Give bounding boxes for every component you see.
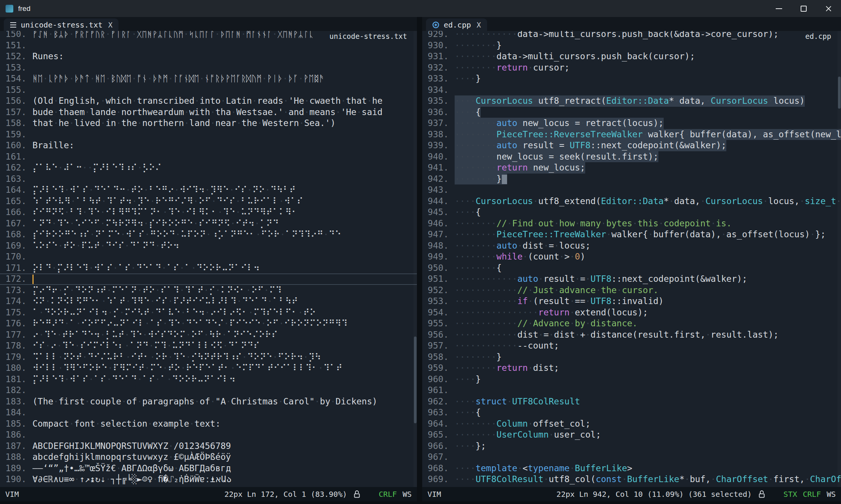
code-line[interactable]: 162.⡌⠁⠧⠑·⠼⠁⠒··⡍⠜⠇⠑⠹⠰⠎·⡣⠕⠌ bbox=[0, 162, 417, 174]
code-line[interactable]: 953.············if·(result·==·UTF8::inva… bbox=[422, 296, 841, 307]
code-line[interactable]: 178.⠊⠎·⠔·⠹⠑·⠎⠊⠍⠊⠇⠑⠆·⠁⠝⠙·⠍⠹·⠥⠝⠙⠁⠇⠇⠪⠫·⠙⠁⠝⠙… bbox=[0, 340, 417, 352]
code-line[interactable]: 965.········UserColumn·user_col; bbox=[422, 429, 841, 441]
editor-unicode-stress[interactable]: unicode-stress.txt 150.ᚠᛇᚻ·ᛒᛦᚦ·ᚠᚱᚩᚠᚢᚱ·ᚠᛁ… bbox=[0, 31, 417, 487]
code-line[interactable]: 187.ABCDEFGHIJKLMNOPQRSTUVWXYZ·/01234567… bbox=[0, 441, 417, 452]
code-line[interactable]: 947.········PieceTree::TreeWalker·walker… bbox=[422, 229, 841, 240]
code-line[interactable]: 186. bbox=[0, 429, 417, 441]
code-line[interactable]: 173.⡍⠔⠙⠖·⡊·⠙⠕⠝⠰⠞·⠍⠑⠁⠝·⠞⠕·⠎⠁⠹·⠹⠁⠞·⡊·⠅⠝⠪⠂·… bbox=[0, 285, 417, 296]
code-line[interactable]: 969.····UTF8ColResult·utf8_col(const·Buf… bbox=[422, 474, 841, 485]
code-line[interactable]: 179.⠩⠁⠇⠇·⠝⠕⠞·⠙⠊⠌⠥⠗⠃·⠊⠞⠂·⠕⠗·⠹⠑·⡊⠳⠝⠞⠗⠹⠰⠎·⠙… bbox=[0, 352, 417, 363]
code-line[interactable]: 166.⠎⠊⠛⠝⠫·⠃⠹·⠹⠑·⠊⠇⠻⠛⠹⠍⠁⠝⠂·⠹⠑·⠊⠇⠻⠅⠂·⠹⠑·⠥⠝… bbox=[0, 207, 417, 218]
code-line[interactable]: 951.············auto·result·=·UTF8::next… bbox=[422, 274, 841, 285]
code-line[interactable]: 942.········} bbox=[422, 174, 841, 185]
code-line[interactable]: 931.········data->multi_cursors.push_bac… bbox=[422, 51, 841, 62]
code-line[interactable]: 151. bbox=[0, 40, 417, 51]
code-line[interactable]: 935.····CursorLocus·utf8_retract(Editor:… bbox=[422, 95, 841, 107]
code-line[interactable]: 170. bbox=[0, 251, 417, 263]
maximize-button[interactable] bbox=[791, 0, 816, 17]
lock-icon[interactable] bbox=[758, 490, 766, 499]
tab-close-icon[interactable]: X bbox=[108, 21, 112, 29]
code-line[interactable]: 190.∀∂∈ℝ∧∪≡∞·↑↗↨↻⇣·┐┼╔╘░►☺♀·ﬁ�⑀₂ἠḂӥẄɐː⍎א… bbox=[0, 474, 417, 485]
code-line[interactable]: 169.⠡⠕⠎⠑·⠞⠕·⠏⠥⠞·⠙⠊⠎·⠙⠁⠝⠙·⠞⠕⠲ bbox=[0, 240, 417, 252]
code-line[interactable]: 936.····{ bbox=[422, 107, 841, 118]
code-line[interactable]: 182. bbox=[0, 385, 417, 396]
code-line[interactable]: 948.········auto·dist·=·locus; bbox=[422, 240, 841, 252]
code-line[interactable]: 934. bbox=[422, 85, 841, 96]
code-line[interactable]: 955.············//·Advance·by·distance. bbox=[422, 318, 841, 329]
code-line[interactable]: 167.⠁⠝⠙·⠹⠑·⠡⠊⠑⠋·⠍⠳⠗⠝⠻⠲·⡎⠊⠗⠕⠕⠛⠑·⠎⠊⠛⠝⠫·⠊⠞⠲… bbox=[0, 218, 417, 229]
code-line[interactable]: 157.bude·thaem·lande·northweardum·with·t… bbox=[0, 107, 417, 118]
code-line[interactable]: 153. bbox=[0, 62, 417, 74]
code-line[interactable]: 952.············//·Just·advance·the·curs… bbox=[422, 285, 841, 296]
code-line[interactable]: 939.········auto·result·=·UTF8::next_cod… bbox=[422, 140, 841, 151]
close-button[interactable] bbox=[816, 0, 841, 17]
code-line[interactable]: 962.····struct·UTF8ColResult bbox=[422, 396, 841, 407]
code-line[interactable]: 154.ᚻᛖ·ᚳᚹᚫᚦ·ᚦᚫᛏ·ᚻᛖ·ᛒᚢᛞᛖ·ᚩᚾ·ᚦᚫᛗ·ᛚᚪᚾᛞᛖ·ᚾᚩᚱ… bbox=[0, 73, 417, 85]
scrollbar[interactable] bbox=[414, 31, 417, 487]
tab-ed-cpp[interactable]: ed.cpp X bbox=[426, 18, 487, 31]
editor-ed-cpp[interactable]: ed.cpp 929.············data->multi_curso… bbox=[422, 31, 841, 487]
code-line[interactable]: 177.⠔·⠹⠑·⠞⠗⠁⠙⠑⠲·⡃⠥⠞·⠹⠑·⠺⠊⠎⠙⠕⠍·⠕⠋·⠳⠗·⠁⠝⠊⠑… bbox=[0, 329, 417, 341]
tab-close-icon[interactable]: X bbox=[477, 21, 481, 29]
code-line[interactable]: 946.········//·Find·out·how·many·bytes·t… bbox=[422, 218, 841, 229]
code-line[interactable]: 163. bbox=[0, 174, 417, 185]
pane-divider[interactable] bbox=[417, 17, 422, 501]
code-line[interactable]: 159. bbox=[0, 129, 417, 140]
code-line[interactable]: 943. bbox=[422, 184, 841, 196]
code-line[interactable]: 933.····} bbox=[422, 73, 841, 85]
code-line[interactable]: 155. bbox=[0, 85, 417, 96]
code-line[interactable]: 957.············--count; bbox=[422, 340, 841, 352]
code-line[interactable]: 964.········Column·offset_col; bbox=[422, 418, 841, 430]
status-flag[interactable]: WS bbox=[403, 490, 412, 499]
tab-unicode-stress-txt[interactable]: unicode-stress.txt X bbox=[4, 18, 118, 31]
code-line[interactable]: 950.········{ bbox=[422, 263, 841, 274]
code-line[interactable]: 152.Runes: bbox=[0, 51, 417, 62]
lock-icon[interactable] bbox=[353, 490, 361, 499]
code-line[interactable]: 171.⡕⠇⠙·⡍⠜⠇⠑⠹·⠺⠁⠎·⠁⠎·⠙⠑⠁⠙·⠁⠎·⠁·⠙⠕⠕⠗⠤⠝⠁⠊⠇… bbox=[0, 263, 417, 274]
code-line[interactable]: 158.that·he·lived·in·the·northern·land·n… bbox=[0, 118, 417, 129]
code-line[interactable]: 960.····} bbox=[422, 374, 841, 385]
code-line[interactable]: 944.····CursorLocus·utf8_extend(Editor::… bbox=[422, 196, 841, 207]
scrollbar-thumb[interactable] bbox=[414, 337, 417, 423]
code-line[interactable]: 164.⡍⠜⠇⠑⠹·⠺⠁⠎·⠙⠑⠁⠙⠒·⠞⠕·⠃⠑⠛⠔·⠺⠊⠹⠲·⡹⠻⠑·⠊⠎·… bbox=[0, 184, 417, 196]
code-line[interactable]: 185.Compact·font·selection·example·text: bbox=[0, 418, 417, 430]
code-line[interactable]: 967. bbox=[422, 452, 841, 463]
scrollbar[interactable] bbox=[838, 31, 841, 487]
status-flag[interactable]: STX bbox=[784, 490, 797, 499]
code-line[interactable]: 956.············dist·=·dist·+·distance(r… bbox=[422, 329, 841, 341]
code-line[interactable]: 968.····template·<typename·BufferLike> bbox=[422, 463, 841, 474]
code-line[interactable]: 160.Braille: bbox=[0, 140, 417, 151]
status-flag[interactable]: CRLF bbox=[379, 490, 397, 499]
code-line[interactable]: 954.················return·extend(locus)… bbox=[422, 307, 841, 318]
code-line[interactable]: 929.············data->multi_cursors.push… bbox=[422, 31, 841, 40]
code-line[interactable]: 188.abcdefghijklmnopqrstuvwxyz·£©µÀÆÖÞßé… bbox=[0, 452, 417, 463]
code-line[interactable]: 176.⠗⠑⠛⠜⠙·⠁·⠊⠕⠋⠋⠔⠤⠝⠁⠊⠇·⠁⠎·⠹⠑·⠙⠑⠁⠙⠑⠌·⠏⠊⠑⠊… bbox=[0, 318, 417, 329]
code-line[interactable]: 966.····}; bbox=[422, 441, 841, 452]
code-line[interactable]: 961. bbox=[422, 385, 841, 396]
code-line[interactable]: 958.········} bbox=[422, 352, 841, 363]
code-line[interactable]: 963.····{ bbox=[422, 407, 841, 418]
status-flag[interactable]: WS bbox=[827, 490, 836, 499]
code-line[interactable]: 938.········PieceTree::ReverseTreeWalker… bbox=[422, 129, 841, 140]
code-line[interactable]: 189.–—‘“”„†•…‰™œŠŸž€·ΑΒΓΔΩαβγδω·АБВГДабв… bbox=[0, 463, 417, 474]
code-line[interactable]: 945.····{ bbox=[422, 207, 841, 218]
code-line[interactable]: 161. bbox=[0, 151, 417, 163]
code-line[interactable]: 184. bbox=[0, 407, 417, 418]
code-line[interactable]: 940.········new_locus·=·seek(result.firs… bbox=[422, 151, 841, 163]
code-line[interactable]: 932.········return·cursor; bbox=[422, 62, 841, 74]
code-line[interactable]: 959.········return·dist; bbox=[422, 363, 841, 374]
code-line[interactable]: 165.⠱⠁⠞⠑⠧⠻·⠁⠃⠳⠞·⠹⠁⠞⠲·⡹⠑·⠗⠑⠛⠊⠌⠻·⠕⠋·⠙⠊⠎·⠃⠥… bbox=[0, 196, 417, 207]
status-flag[interactable]: CRLF bbox=[803, 490, 821, 499]
code-line[interactable]: 930.········} bbox=[422, 40, 841, 51]
code-line[interactable]: 941.········return·new_locus; bbox=[422, 162, 841, 174]
code-line[interactable]: 172. bbox=[0, 274, 417, 285]
minimize-button[interactable] bbox=[766, 0, 791, 17]
code-line[interactable]: 181.⡍⠜⠇⠑⠹·⠺⠁⠎·⠁⠎·⠙⠑⠁⠙·⠁⠎·⠁·⠙⠕⠕⠗⠤⠝⠁⠊⠇⠲ bbox=[0, 374, 417, 385]
code-line[interactable]: 183.(The·first·couple·of·paragraphs·of·"… bbox=[0, 396, 417, 407]
code-line[interactable]: 175.⠁·⠙⠕⠕⠗⠤⠝⠁⠊⠇⠲·⡊·⠍⠊⠣⠞·⠙⠁⠧⠑·⠃⠑⠲·⠔⠊⠇⠔⠫⠂·… bbox=[0, 307, 417, 318]
code-line[interactable]: 168.⡎⠊⠗⠕⠕⠛⠑⠰⠎·⠝⠁⠍⠑·⠺⠁⠎·⠛⠕⠕⠙·⠥⠏⠕⠝·⠰⡡⠁⠝⠛⠑⠂… bbox=[0, 229, 417, 240]
scrollbar-thumb[interactable] bbox=[838, 77, 841, 109]
code-line[interactable]: 949.········while·(count·>·0) bbox=[422, 251, 841, 263]
code-line[interactable]: 174.⠪⠝·⠅⠝⠪⠇⠫⠛⠑⠂·⠱⠁⠞·⠹⠻⠑·⠊⠎·⠏⠜⠞⠊⠊⠥⠇⠜⠇⠹·⠙⠑… bbox=[0, 296, 417, 307]
code-line[interactable]: 156.(Old·English,·which·transcribed·into… bbox=[0, 95, 417, 107]
